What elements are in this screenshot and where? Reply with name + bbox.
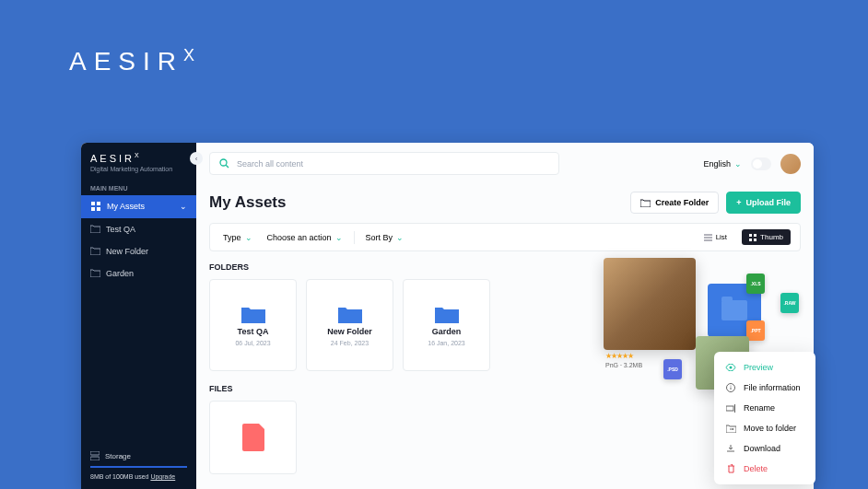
svg-rect-5 — [90, 457, 100, 460]
files-section-label: FILES — [209, 384, 801, 393]
list-view-button[interactable]: List — [697, 229, 734, 245]
svg-rect-19 — [726, 406, 733, 411]
sidebar-brand: AESIRX — [90, 152, 187, 164]
ctx-info[interactable]: File information — [714, 378, 815, 398]
svg-rect-2 — [91, 207, 95, 211]
file-card[interactable] — [209, 401, 297, 474]
sidebar: ‹ AESIRX Digital Marketing Automation MA… — [81, 143, 196, 489]
filter-bar: Type⌄ Choose an action⌄ Sort By⌄ List Th… — [209, 223, 801, 251]
brand-logo: AESIRX — [69, 46, 194, 76]
grid-icon — [90, 202, 101, 212]
sidebar-tagline: Digital Marketing Automation — [90, 166, 187, 172]
storage-usage: 8MB of 100MB used Upgrade — [90, 473, 187, 480]
sidebar-item-garden[interactable]: Garden — [81, 262, 196, 285]
svg-rect-12 — [754, 234, 757, 237]
language-selector[interactable]: English ⌄ — [703, 159, 742, 169]
type-filter[interactable]: Type⌄ — [219, 231, 256, 244]
avatar[interactable] — [780, 154, 801, 174]
storage-bar — [90, 466, 187, 468]
svg-rect-14 — [754, 239, 757, 241]
folder-icon — [338, 305, 362, 323]
storage-label: Storage — [90, 451, 187, 460]
chevron-down-icon: ⌄ — [245, 233, 252, 242]
folder-icon — [435, 305, 459, 323]
theme-toggle[interactable] — [751, 157, 771, 170]
list-icon — [704, 234, 712, 241]
app-window: ‹ AESIRX Digital Marketing Automation MA… — [81, 143, 814, 489]
svg-rect-0 — [91, 202, 95, 205]
svg-line-7 — [226, 165, 229, 168]
svg-point-18 — [730, 385, 731, 386]
svg-rect-13 — [749, 239, 752, 241]
page-title: My Assets — [209, 193, 286, 212]
sidebar-item-test-qa[interactable]: Test QA — [81, 218, 196, 240]
chevron-down-icon: ⌄ — [734, 159, 742, 169]
ctx-rename[interactable]: Rename — [714, 398, 815, 418]
create-folder-button[interactable]: Create Folder — [630, 192, 719, 214]
folder-card[interactable]: Test QA 06 Jul, 2023 — [209, 279, 297, 371]
search-input[interactable]: Search all content — [209, 152, 559, 175]
ctx-download[interactable]: Download — [714, 438, 815, 459]
sidebar-item-new-folder[interactable]: New Folder — [81, 240, 196, 262]
plus-icon: + — [736, 198, 741, 207]
upload-file-button[interactable]: + Upload File — [726, 192, 801, 214]
topbar: Search all content English ⌄ — [196, 143, 814, 184]
folder-icon — [90, 247, 100, 255]
folders-section-label: FOLDERS — [209, 262, 801, 272]
pdf-file-icon — [242, 424, 264, 451]
info-icon — [725, 383, 736, 392]
svg-point-15 — [730, 367, 733, 369]
svg-rect-4 — [90, 451, 100, 455]
svg-point-6 — [220, 159, 227, 166]
folder-card[interactable]: New Folder 24 Feb, 2023 — [306, 279, 393, 371]
chevron-down-icon: ⌄ — [396, 233, 404, 242]
sidebar-collapse-button[interactable]: ‹ — [190, 152, 203, 165]
rename-icon — [725, 404, 736, 413]
folder-icon — [241, 305, 265, 323]
folder-icon — [90, 269, 100, 277]
page-header: My Assets Create Folder + Upload File — [196, 184, 814, 223]
sort-filter[interactable]: Sort By⌄ — [362, 231, 408, 244]
download-icon — [725, 444, 736, 453]
svg-rect-1 — [97, 202, 100, 205]
folder-icon — [640, 199, 651, 207]
svg-rect-11 — [749, 234, 752, 237]
chevron-down-icon: ⌄ — [335, 233, 343, 242]
context-menu: Preview File information Rename Move to … — [714, 352, 815, 484]
folder-move-icon — [725, 425, 736, 433]
ctx-delete[interactable]: Delete — [714, 459, 815, 479]
sidebar-section-label: MAIN MENU — [81, 178, 196, 195]
folder-icon — [90, 225, 100, 233]
search-icon — [219, 158, 229, 169]
eye-icon — [725, 364, 736, 371]
chevron-down-icon: ⌄ — [180, 202, 187, 211]
files-grid — [209, 401, 801, 474]
action-filter[interactable]: Choose an action⌄ — [264, 231, 346, 244]
upgrade-link[interactable]: Upgrade — [150, 473, 175, 480]
thumb-view-button[interactable]: Thumb — [742, 229, 791, 245]
ctx-preview[interactable]: Preview — [714, 357, 815, 378]
sidebar-item-my-assets[interactable]: My Assets ⌄ — [81, 195, 196, 218]
ctx-move[interactable]: Move to folder — [714, 418, 815, 438]
folders-grid: Test QA 06 Jul, 2023 New Folder 24 Feb, … — [209, 279, 801, 371]
storage-icon — [90, 451, 100, 460]
grid-icon — [749, 234, 757, 241]
svg-rect-3 — [97, 207, 100, 211]
folder-card[interactable]: Garden 16 Jan, 2023 — [403, 279, 490, 371]
trash-icon — [725, 464, 736, 473]
